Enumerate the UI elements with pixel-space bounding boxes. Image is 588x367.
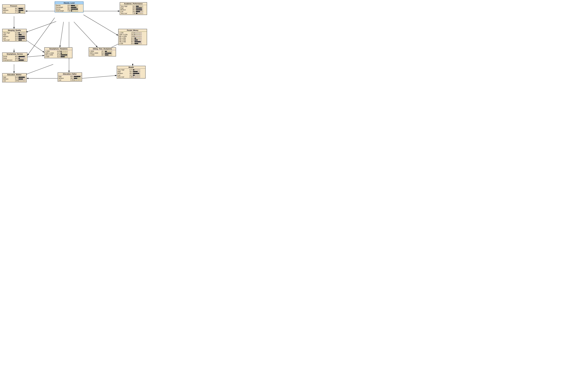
node-label-sitting_time_study-0: x 3000 (90, 50, 100, 52)
node-value-pressure-2: 17.4 (13, 11, 18, 13)
node-value-education_father-2: 2.43 (69, 79, 73, 81)
node-value-education_mother-0: 56.8 (13, 76, 18, 78)
node-label-pressure-0: High (3, 8, 13, 9)
node-row-smartphone_service-1: Study 10.0 (3, 58, 26, 59)
node-title-smartphone_time: Smartphone_Time(min) (45, 48, 72, 50)
node-value-pocket_money-5: 39.7 (130, 41, 134, 42)
node-row-pocket_money-6: x<20k 23.3 (119, 43, 146, 44)
node-label-wealth-0: 'Very High' (118, 69, 128, 71)
node-label-pocket_money-5: 20k x<40k (119, 41, 130, 42)
node-value-smartphone_time-0: 6.45 (56, 50, 60, 52)
node-value-smartphone_time-2: 51.8 (56, 54, 60, 56)
node-value-sleeping_quality-3: 31.0 (13, 37, 18, 39)
arrow-obesity-pocket (83, 15, 118, 35)
node-row-pocket_money-1: 100k x<120k 2.81 (119, 34, 146, 35)
node-label-pocket_money-3: 60k x<80k (119, 37, 130, 39)
node-value-obesity_level-2: 39.0 (66, 8, 70, 10)
node-row-obesity_level-3: Underweight 7.03 (56, 10, 83, 12)
node-label-pocket_money-2: 80k x<100k (119, 36, 130, 37)
node-label-smartphone_time-0: x 1500 (45, 50, 56, 52)
node-row-pocket_money-5: 20k x<40k 39.7 (119, 41, 146, 42)
node-body-obesity_level: Obesity 22.8 Overweight 31.2 Normal 39.0… (55, 4, 83, 12)
node-value-education_mother-2: 2.06 (13, 80, 18, 82)
node-row-obesity_level-1: Overweight 31.2 (56, 7, 83, 8)
node-value-education_father-0: 63.5 (69, 76, 73, 77)
node-title-academic_performance: Academic_Performance (120, 2, 147, 5)
node-label-smartphone_service-2: Entertainment (3, 59, 13, 61)
node-body-education_father: High 63.5 Medium 34.0 Low 2.43 (58, 75, 82, 81)
node-row-wealth-0: 'Very High' 9.74 (118, 69, 145, 71)
node-body-education_mother: High 56.8 Medium 41.2 Low 2.06 (2, 76, 26, 82)
node-label-education_mother-1: Medium (3, 78, 13, 80)
node-value-academic_performance-1: 29.0 (131, 7, 135, 9)
node-label-education_father-0: High (58, 76, 69, 77)
node-value-sitting_time_study-2: 30.4 (100, 54, 104, 56)
node-row-pressure-2: Low 17.4 (3, 11, 24, 13)
node-label-sitting_time_study-2: x<1500 (90, 54, 100, 56)
node-value-wealth-2: 44.0 (128, 73, 132, 74)
node-pocket_money: Pocket_Money x 120k 1.42 100k x<120k 2.8… (118, 29, 147, 45)
node-row-pocket_money-4: 40k x<60k 20.5 (119, 39, 146, 41)
node-label-smartphone_time-3: x<500 (45, 56, 56, 58)
node-row-sleeping_quality-1: High 15.3 (3, 34, 26, 35)
node-value-academic_performance-3: 19.6 (131, 11, 135, 12)
node-label-wealth-1: High (118, 71, 128, 73)
arrow-obesity-smartphone-time (60, 22, 64, 47)
node-body-pressure: High 39.1 Medium 43.5 Low 17.4 (2, 7, 25, 13)
node-label-pocket_money-4: 40k x<60k (119, 39, 130, 41)
node-label-sleeping_quality-2: Medium (3, 36, 13, 37)
node-value-smartphone_time-3: 31.6 (56, 56, 60, 58)
arrow-smartphonetime-education-mother (25, 64, 53, 75)
node-row-smartphone_time-2: 500 x<1000 51.8 (45, 54, 72, 56)
node-value-sleeping_quality-2: 30.8 (13, 36, 18, 37)
node-row-smartphone_service-0: Social 48.4 (3, 56, 26, 57)
node-body-sitting_time_study: x 3000 15.7 1500 x<3000 54.0 x<1500 30.4 (89, 50, 116, 56)
node-row-smartphone_time-3: x<500 31.6 (45, 56, 72, 58)
node-value-smartphone_service-0: 48.4 (13, 56, 18, 57)
node-label-education_father-1: Medium (58, 77, 69, 79)
node-label-wealth-2: Medium (118, 73, 128, 74)
node-value-smartphone_time-1: 10.2 (56, 52, 60, 54)
node-row-pressure-1: Medium 43.5 (3, 9, 24, 11)
node-row-pressure-0: High 39.1 (3, 8, 24, 9)
node-row-wealth-1: High 32.5 (118, 71, 145, 73)
node-title-wealth: Wealth (117, 66, 145, 69)
node-value-sleeping_quality-4: 16.7 (13, 39, 18, 41)
node-body-wealth: 'Very High' 9.74 High 32.5 Medium 44.0 L… (117, 69, 145, 78)
node-label-smartphone_time-2: 500 x<1000 (45, 54, 56, 56)
node-value-pocket_money-2: 1.99 (130, 36, 134, 37)
node-label-academic_performance-4: 'Very Low' (121, 13, 131, 14)
node-body-pocket_money: x 120k 1.42 100k x<120k 2.81 80k x<100k … (119, 32, 147, 45)
node-row-obesity_level-2: Normal 39.0 (56, 8, 83, 10)
node-row-academic_performance-0: 'Very High' 14.2 (121, 6, 146, 7)
node-value-academic_performance-4: 7.25 (131, 13, 135, 14)
node-row-pocket_money-2: 80k x<100k 1.99 (119, 36, 146, 37)
node-label-sleeping_quality-3: Low (3, 37, 13, 39)
node-row-sleeping_quality-2: Medium 30.8 (3, 36, 26, 37)
arrow-obesity-sitting (74, 22, 98, 47)
node-academic_performance: Academic_Performance 'Very High' 14.2 Hi… (120, 2, 147, 15)
node-row-pocket_money-3: 60k x<80k 10.3 (119, 37, 146, 39)
node-title-smartphone_service: Smartphone_Service (2, 53, 27, 55)
node-label-obesity_level-3: Underweight (56, 10, 66, 12)
node-row-smartphone_time-1: 1000 x<1500 10.2 (45, 52, 72, 54)
node-value-wealth-1: 32.5 (128, 71, 132, 73)
node-row-sleeping_quality-4: 'Very Low' 16.7 (3, 39, 26, 41)
node-body-sleeping_quality: 'Very High' 6.15 High 15.3 Medium 30.8 L… (2, 32, 26, 41)
node-row-sitting_time_study-2: x<1500 30.4 (90, 54, 115, 56)
arrow-sleeping-smartphone-time (26, 40, 44, 52)
node-value-obesity_level-0: 22.8 (66, 5, 70, 6)
node-label-wealth-4: 'Very Low' (118, 76, 128, 78)
node-label-pressure-2: Low (3, 11, 13, 13)
node-value-sleeping_quality-0: 6.15 (13, 32, 18, 34)
node-title-education_mother: Education_Mother (2, 74, 26, 76)
node-row-obesity_level-0: Obesity 22.8 (56, 5, 83, 6)
node-row-education_mother-1: Medium 41.2 (3, 78, 26, 80)
node-body-smartphone_time: x 1500 6.45 1000 x<1500 10.2 500 x<1000 … (45, 50, 72, 58)
node-value-academic_performance-2: 30.0 (131, 9, 135, 11)
node-sitting_time_study: Sitting_Time_Study(min) x 3000 15.7 1500… (89, 47, 116, 57)
node-smartphone_service: Smartphone_Service Social 48.4 Study 10.… (2, 52, 27, 62)
node-value-obesity_level-3: 7.03 (66, 10, 70, 12)
node-education_mother: Education_Mother High 56.8 Medium 41.2 L… (2, 73, 27, 82)
node-row-sleeping_quality-0: 'Very High' 6.15 (3, 32, 26, 34)
